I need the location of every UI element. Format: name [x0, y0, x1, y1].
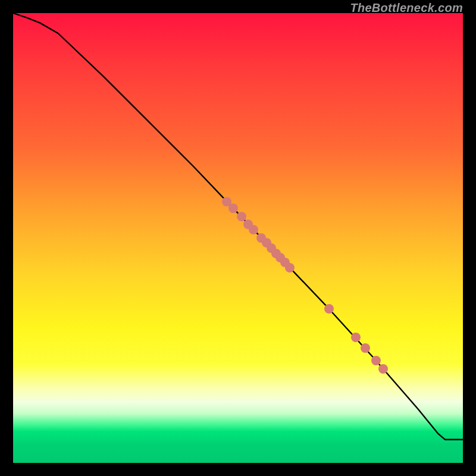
data-point — [324, 304, 334, 314]
data-point — [378, 364, 388, 374]
data-point — [285, 263, 295, 273]
chart-frame: TheBottleneck.com — [13, 13, 463, 463]
data-point — [228, 203, 238, 213]
chart-plot-area — [13, 13, 463, 463]
data-point — [351, 333, 361, 342]
curve-layer — [13, 13, 463, 463]
data-point — [249, 225, 258, 234]
data-point — [361, 343, 370, 353]
data-point — [371, 356, 381, 365]
